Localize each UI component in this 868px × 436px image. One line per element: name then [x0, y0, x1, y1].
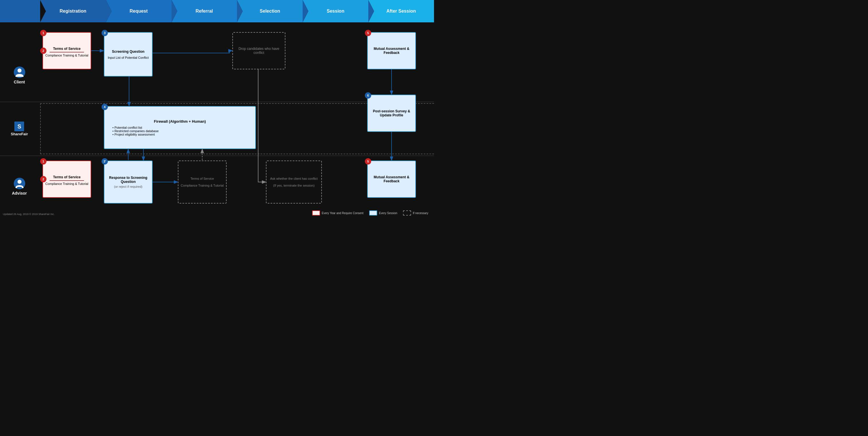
advisor-reject-label: (or reject if required) — [114, 185, 142, 188]
badge-2-client: 2 — [40, 47, 46, 54]
firewall-box: 4 Firewall (Algorithm + Human) • Potenti… — [104, 106, 256, 149]
bullet-1: • Potential conflict list — [113, 126, 253, 129]
screening-q-label: Screening Question — [112, 49, 144, 54]
advisor-response-label: Response to Screening Question — [107, 176, 150, 184]
advisor-after-box: 5 Mutual Assessment & Feedback — [367, 161, 416, 198]
client-selection-box: Drop candidates who have conflict — [232, 32, 285, 69]
ask-client-conflict-label: Ask whether the client has conflict(If y… — [270, 177, 318, 187]
sharefair-s-icon: S — [14, 122, 24, 131]
stage-selection: Selection — [237, 0, 303, 22]
firewall-bullets: • Potential conflict list • Restricted c… — [107, 126, 253, 136]
advisor-compliance-label: Compliance Training & Tutorial — [45, 182, 88, 186]
client-icon — [13, 66, 26, 78]
divider-2 — [0, 156, 434, 156]
badge-5-client: 5 — [365, 30, 371, 36]
stage-session: Session — [303, 0, 368, 22]
stage-referral: Referral — [172, 0, 237, 22]
sharefair-logo: S ShareFair — [11, 122, 28, 136]
firewall-title: Firewall (Algorithm + Human) — [154, 119, 206, 124]
stage-registration: Registration — [40, 0, 106, 22]
bullet-3: • Project eligibility assessment — [113, 133, 253, 136]
stage-after-session: After Session — [368, 0, 434, 22]
client-tos-label: Terms of Service — [53, 47, 81, 51]
post-session-label: Post-session Survey & Update Profile — [370, 109, 413, 117]
legend: Every Year and Require Consent Every Ses… — [312, 210, 429, 215]
badge-5-advisor: 5 — [365, 158, 371, 165]
client-compliance-label: Compliance Training & Tutorial — [45, 54, 88, 57]
footer-text: Updated 26 Aug, 2019 © 2019 ShareFair In… — [3, 213, 55, 215]
badge-6-post: 6 — [365, 92, 371, 99]
header-bar: Registration Request Referral Selection … — [0, 0, 434, 22]
main-container: Registration Request Referral Selection … — [0, 0, 434, 218]
stage-request: Request — [106, 0, 172, 22]
badge-1-client: 1 — [40, 30, 46, 36]
legend-blue: Every Session — [369, 210, 397, 215]
role-sharefair: S ShareFair — [0, 102, 39, 156]
advisor-icon — [13, 177, 26, 190]
input-conflict-label: Input List of Potential Conflict — [108, 56, 149, 59]
role-client: Client — [0, 48, 39, 102]
advisor-reg-box: 1 Terms of Service 2 Compliance Training… — [42, 161, 91, 198]
advisor-referral-label: Terms of ServiceCompliance Training & Tu… — [181, 177, 224, 187]
mutual-assessment-client-label: Mutual Assessment & Feedback — [370, 47, 413, 55]
client-after-box: 5 Mutual Assessment & Feedback — [367, 32, 416, 69]
advisor-session-box: Ask whether the client has conflict(If y… — [266, 161, 322, 204]
svg-point-3 — [18, 180, 22, 184]
badge-3-client: 3 — [101, 30, 108, 36]
badge-4-firewall: 4 — [101, 104, 108, 110]
mutual-assessment-advisor-label: Mutual Assessment & Feedback — [370, 175, 413, 183]
client-reg-box: 1 Terms of Service 2 Compliance Training… — [42, 32, 91, 69]
svg-point-1 — [18, 68, 22, 72]
legend-pink: Every Year and Require Consent — [312, 210, 364, 215]
legend-dashed: If necessary — [403, 210, 428, 215]
badge-2-advisor: 2 — [40, 176, 46, 182]
svg-rect-4 — [17, 187, 22, 189]
bullet-2: • Restricted companies database — [113, 129, 253, 133]
role-advisor: Advisor — [0, 156, 39, 216]
post-session-box: 6 Post-session Survey & Update Profile — [367, 95, 416, 132]
advisor-request-box: 3' Response to Screening Question (or re… — [104, 161, 153, 204]
badge-1-advisor: 1 — [40, 158, 46, 165]
advisor-referral-box: Terms of ServiceCompliance Training & Tu… — [178, 161, 227, 204]
advisor-tos-label: Terms of Service — [53, 175, 81, 179]
badge-3prime-advisor: 3' — [101, 158, 108, 165]
client-request-box: 3 Screening Question Input List of Poten… — [104, 32, 153, 76]
drop-candidates-label: Drop candidates who have conflict — [235, 47, 283, 55]
